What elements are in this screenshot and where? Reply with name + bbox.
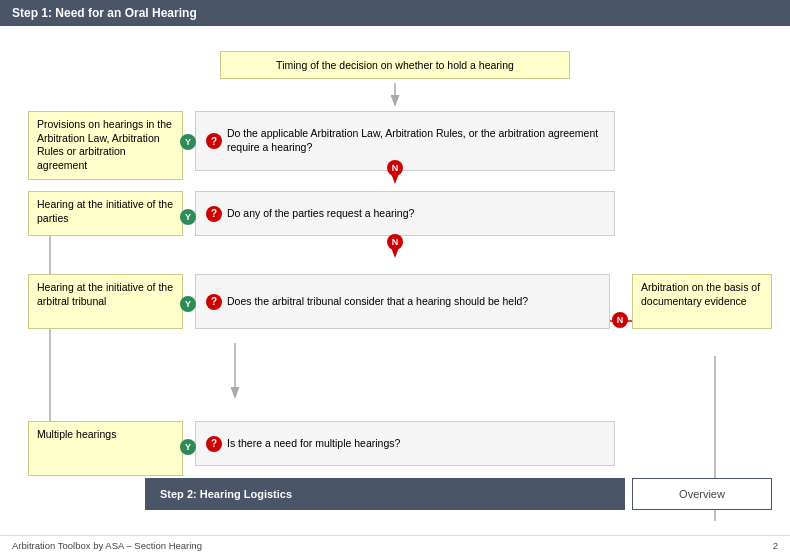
timing-box: Timing of the decision on whether to hol… (220, 51, 570, 79)
question-box-4: ? Is there a need for multiple hearings? (195, 421, 615, 466)
main-content: Timing of the decision on whether to hol… (0, 26, 790, 535)
q2-icon: ? (206, 206, 222, 222)
yellow-box-2: Hearing at the initiative of the parties (28, 191, 183, 236)
q2-n-label: N (387, 234, 403, 250)
q4-y-label: Y (180, 439, 196, 455)
footer-right: 2 (773, 540, 778, 551)
step-header: Step 1: Need for an Oral Hearing (0, 0, 790, 26)
page-container: Step 1: Need for an Oral Hearing (0, 0, 790, 555)
q3-icon: ? (206, 294, 222, 310)
yellow-box-1: Provisions on hearings in the Arbitratio… (28, 111, 183, 180)
q3-n-label: N (612, 312, 628, 328)
footer-left: Arbitration Toolbox by ASA – Section Hea… (12, 540, 202, 551)
header-title: Step 1: Need for an Oral Hearing (12, 6, 197, 20)
q3-y-label: Y (180, 296, 196, 312)
overview-bar[interactable]: Overview (632, 478, 772, 510)
q4-icon: ? (206, 436, 222, 452)
yellow-box-4: Multiple hearings (28, 421, 183, 476)
question-box-2: ? Do any of the parties request a hearin… (195, 191, 615, 236)
q1-icon: ? (206, 133, 222, 149)
yellow-box-3: Hearing at the initiative of the arbitra… (28, 274, 183, 329)
question-box-1: ? Do the applicable Arbitration Law, Arb… (195, 111, 615, 171)
step2-bar[interactable]: Step 2: Hearing Logistics (145, 478, 625, 510)
footer: Arbitration Toolbox by ASA – Section Hea… (0, 535, 790, 555)
q2-y-label: Y (180, 209, 196, 225)
question-box-3: ? Does the arbitral tribunal consider th… (195, 274, 610, 329)
yellow-box-documentary: Arbitration on the basis of documentary … (632, 274, 772, 329)
q1-y-label: Y (180, 134, 196, 150)
q1-n-label: N (387, 160, 403, 176)
